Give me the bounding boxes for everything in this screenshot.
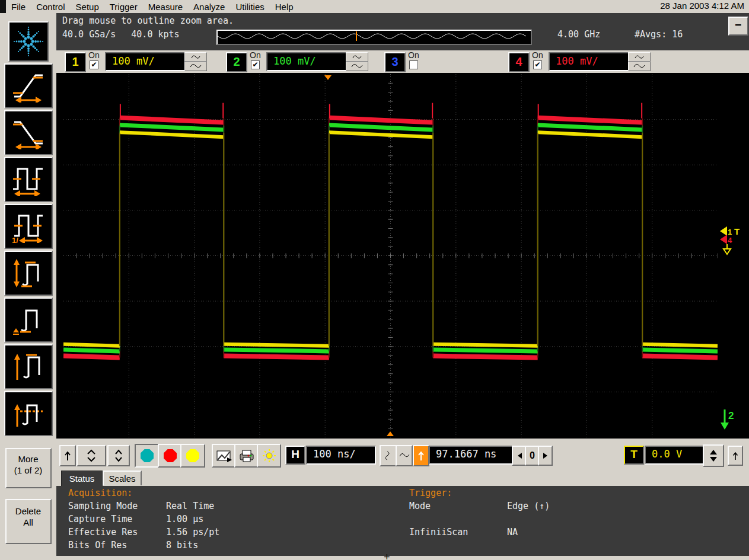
channel-4-coupling-ac-button[interactable]: [628, 52, 651, 62]
channel-2-scale[interactable]: 100 mV/: [266, 52, 349, 71]
measure-rise-time-button[interactable]: [4, 63, 53, 108]
export-image-button[interactable]: [212, 444, 236, 468]
menu-trigger[interactable]: Trigger: [104, 2, 143, 12]
measure-frequency-button[interactable]: 1/: [4, 204, 53, 249]
scale-spinner-small[interactable]: [107, 445, 130, 466]
sine-wide-icon: [633, 63, 645, 69]
rise-time-icon: [12, 69, 45, 103]
menu-analyze[interactable]: Analyze: [188, 2, 230, 12]
channel-1-scale[interactable]: 100 mV/: [105, 52, 188, 71]
channel-1-button[interactable]: 1: [65, 52, 86, 72]
triangle-left-icon: [517, 452, 522, 459]
marker-color-red-button[interactable]: [158, 444, 183, 468]
channel-3-button[interactable]: 3: [384, 52, 406, 72]
tab-status[interactable]: Status: [61, 471, 103, 487]
delete-all-button[interactable]: Delete All: [5, 499, 52, 544]
acq-row-label: Bits Of Res: [68, 540, 166, 553]
more-measurements-button[interactable]: More (1 of 2): [5, 448, 52, 488]
waveform-grid[interactable]: [63, 74, 718, 437]
chevron-up-icon: [114, 449, 123, 456]
vertical-squiggle-icon: [385, 451, 391, 460]
channel-2-on-checkbox[interactable]: [251, 60, 260, 69]
measure-vmin-button[interactable]: [4, 297, 53, 343]
channel-bar: 1 On 100 mV/ 2 On 100 mV/: [56, 50, 749, 73]
svg-text:2: 2: [728, 410, 734, 421]
channel-4-button[interactable]: 4: [508, 52, 530, 72]
measure-amplitude-button[interactable]: [4, 251, 53, 296]
preview-waveform: [218, 31, 526, 41]
marker-up-button[interactable]: [59, 445, 76, 466]
trigger-slope-button[interactable]: [728, 446, 743, 466]
delete-button-line2: All: [7, 517, 50, 529]
menu-measure[interactable]: Measure: [143, 2, 188, 12]
menu-utilities[interactable]: Utilities: [230, 2, 269, 12]
measure-fall-time-button[interactable]: [4, 110, 53, 155]
mouse-cursor: +: [384, 551, 390, 560]
brightness-button[interactable]: [257, 444, 281, 468]
up-arrow-icon: [732, 451, 738, 460]
trigger-level-readout[interactable]: 0.0 V: [645, 446, 704, 465]
menu-help[interactable]: Help: [270, 2, 299, 12]
svg-text:4: 4: [728, 236, 732, 245]
channel-2-offset-marker[interactable]: 2: [719, 406, 737, 436]
channel-3-on-checkbox[interactable]: [409, 60, 418, 69]
status-message: Drag mouse to outline zoom area.: [62, 15, 234, 26]
up-arrow-icon: [64, 450, 71, 461]
menu-notch: [0, 0, 6, 13]
sample-rate: 40.0 GSa/s: [62, 29, 116, 40]
scale-spinner-large[interactable]: [77, 445, 106, 466]
frequency-icon: 1/: [12, 210, 45, 243]
marker-color-cyan-button[interactable]: [135, 444, 160, 468]
sine-small-icon: [352, 54, 362, 60]
more-button-line1: More: [7, 454, 50, 465]
display-zone: 1 4 T 2: [56, 73, 749, 439]
timebase-vernier-button[interactable]: [380, 445, 397, 466]
acq-row-label: Capture Time: [68, 514, 166, 527]
menu-setup[interactable]: Setup: [71, 2, 104, 12]
channel-4-coupling-dc-button[interactable]: [628, 62, 651, 71]
printer-icon: [239, 449, 254, 462]
print-button[interactable]: [234, 444, 259, 468]
channel-4-on-checkbox[interactable]: [533, 60, 542, 69]
yellow-octagon-icon: [186, 449, 199, 462]
app-logo-button[interactable]: [8, 21, 49, 62]
channel-1-on-label: On: [88, 50, 100, 60]
measure-period-button[interactable]: [4, 157, 53, 202]
v-max-icon: [12, 350, 45, 383]
chevron-up-icon: [86, 449, 97, 456]
acquisition-preview-bar[interactable]: [216, 30, 532, 45]
tab-scales[interactable]: Scales: [103, 471, 142, 485]
channel-2-coupling-dc-button[interactable]: [346, 62, 368, 71]
channel-3-on-label: On: [408, 50, 419, 60]
measure-sidebar: 1/: [0, 13, 57, 560]
menu-bar: File Control Setup Trigger Measure Analy…: [0, 0, 749, 14]
starburst-icon: [12, 25, 45, 58]
menu-file[interactable]: File: [6, 2, 31, 12]
timebase-readout[interactable]: 100 ns/: [306, 446, 376, 465]
measure-vaverage-button[interactable]: [4, 391, 53, 436]
horizontal-menu-button[interactable]: H: [285, 446, 305, 465]
marker-color-yellow-button[interactable]: [180, 444, 205, 468]
menu-control[interactable]: Control: [31, 2, 70, 12]
minimize-button[interactable]: −: [728, 17, 748, 36]
pan-right-button[interactable]: [538, 446, 553, 466]
measure-vmax-button[interactable]: [4, 344, 53, 389]
channel-2-coupling-ac-button[interactable]: [346, 52, 368, 62]
channel-1-coupling-ac-button[interactable]: [184, 52, 207, 62]
trigger-section: Trigger: ModeEdge (↑) InfiniiScanNA: [409, 488, 550, 540]
trigger-level-marker[interactable]: 1 4 T: [719, 224, 745, 257]
channel-4-scale[interactable]: 100 mV/: [549, 52, 632, 71]
horizontal-sine-button[interactable]: [396, 445, 413, 466]
svg-text:1: 1: [728, 228, 732, 236]
trigger-level-spinner[interactable]: [703, 444, 724, 467]
channel-1-on-checkbox[interactable]: [90, 60, 98, 69]
channel-1-coupling-dc-button[interactable]: [184, 62, 207, 71]
acquisition-title: Acquisition:: [68, 488, 219, 501]
channel-2-button[interactable]: 2: [226, 52, 247, 72]
trigger-row-label: Mode: [409, 501, 507, 514]
trigger-reference-button[interactable]: [413, 445, 429, 466]
status-bar: Drag mouse to outline zoom area. 40.0 GS…: [56, 13, 749, 50]
sine-small-icon: [191, 54, 200, 60]
bandwidth-readout: 4.00 GHz: [557, 29, 600, 40]
trigger-menu-button[interactable]: T: [624, 446, 644, 465]
